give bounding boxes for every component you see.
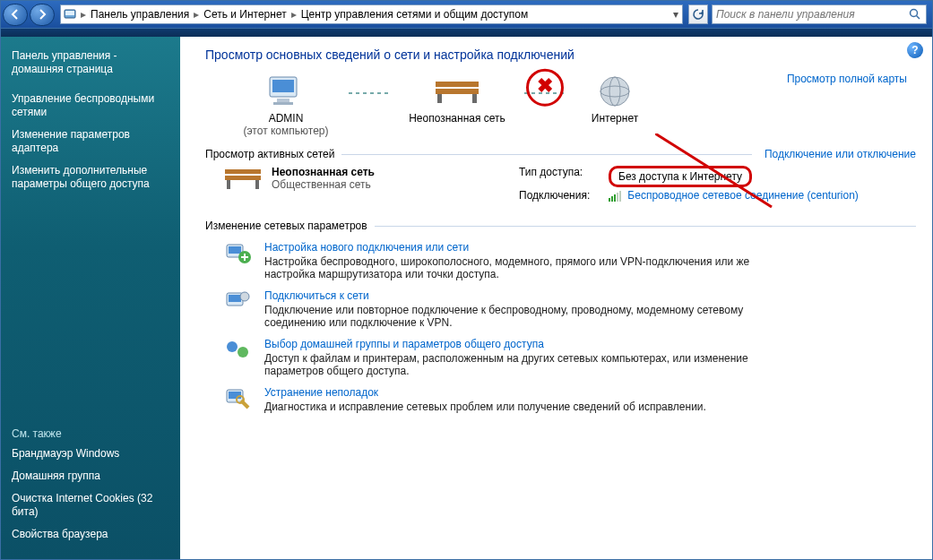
sidebar-home-link[interactable]: Панель управления - домашняя страница — [12, 49, 169, 76]
connection-broken: ✖ — [524, 92, 566, 94]
svg-rect-7 — [273, 102, 293, 105]
ribbon-strip — [1, 28, 932, 37]
full-map-link[interactable]: Просмотр полной карты — [787, 73, 907, 85]
svg-rect-10 — [437, 94, 442, 103]
task-desc: Настройка беспроводного, широкополосного… — [264, 255, 766, 280]
svg-line-3 — [917, 16, 920, 20]
tasks-list: Настройка нового подключения или сети На… — [205, 241, 916, 413]
svg-point-31 — [227, 341, 238, 352]
svg-point-12 — [600, 77, 629, 106]
connection-link[interactable]: Беспроводное сетевое соединение (centuri… — [627, 189, 859, 202]
see-also-homegroup[interactable]: Домашняя группа — [12, 470, 169, 483]
refresh-button[interactable] — [688, 4, 708, 24]
see-also-header: См. также — [12, 427, 169, 440]
svg-point-32 — [238, 347, 248, 358]
address-bar: ▸ Панель управления ▸ Сеть и Интернет ▸ … — [1, 1, 932, 28]
breadcrumb-item[interactable]: Панель управления — [88, 8, 192, 21]
sidebar-link-adapter[interactable]: Изменение параметров адаптера — [12, 128, 169, 155]
bench-icon — [390, 71, 524, 112]
node-internet: Интернет — [566, 71, 664, 125]
back-button[interactable] — [3, 4, 28, 26]
svg-rect-26 — [229, 246, 241, 254]
active-net-name: Неопознанная сеть — [272, 166, 375, 178]
node-unknown-net: Неопознанная сеть — [390, 71, 524, 125]
svg-rect-24 — [619, 191, 621, 202]
sidebar-link-wireless[interactable]: Управление беспроводными сетями — [12, 92, 169, 119]
svg-rect-5 — [272, 80, 294, 92]
task-item: Подключиться к сети Подключение или повт… — [223, 289, 916, 329]
svg-rect-18 — [227, 180, 230, 189]
node-this-pc: ADMIN (этот компьютер) — [223, 71, 349, 137]
svg-rect-19 — [255, 180, 259, 189]
svg-rect-21 — [611, 196, 613, 202]
chevron-right-icon: ▸ — [79, 8, 88, 21]
control-panel-icon — [61, 7, 79, 22]
page-title: Просмотр основных сведений о сети и наст… — [205, 47, 916, 62]
content-pane: ? Просмотр основных сведений о сети и на… — [180, 37, 932, 559]
see-also-firewall[interactable]: Брандмауэр Windows — [12, 447, 169, 461]
task-homegroup[interactable]: Выбор домашней группы и параметров общег… — [264, 338, 766, 350]
connect-disconnect-link[interactable]: Подключение или отключение — [765, 148, 916, 160]
chevron-right-icon: ▸ — [289, 8, 298, 21]
svg-rect-6 — [277, 99, 289, 102]
change-params-label: Изменение сетевых параметров — [205, 220, 367, 232]
chevron-right-icon: ▸ — [192, 8, 201, 21]
sidebar: Панель управления - домашняя страница Уп… — [1, 37, 180, 559]
connections-key: Подключения: — [519, 189, 609, 202]
see-also-cookies[interactable]: Очистка Internet Cookies (32 бита) — [12, 492, 169, 519]
task-desc: Доступ к файлам и принтерам, расположенн… — [264, 352, 766, 377]
search-icon[interactable] — [908, 7, 922, 22]
breadcrumb-item[interactable]: Центр управления сетями и общим доступом — [298, 8, 531, 21]
svg-rect-34 — [229, 392, 241, 399]
active-net-type: Общественная сеть — [272, 178, 375, 191]
wifi-signal-icon — [609, 191, 621, 202]
search-box[interactable] — [712, 4, 927, 24]
breadcrumb-dropdown-icon[interactable]: ▾ — [670, 8, 682, 21]
svg-rect-29 — [229, 295, 241, 302]
homegroup-icon — [223, 338, 254, 365]
annotation-oval: Без доступа к Интернету — [609, 166, 752, 187]
svg-point-2 — [911, 10, 918, 17]
svg-rect-8 — [436, 82, 479, 87]
troubleshoot-icon — [223, 386, 254, 413]
active-network-row: Неопознанная сеть Общественная сеть Тип … — [223, 166, 916, 203]
svg-rect-1 — [65, 11, 74, 15]
sidebar-link-sharing[interactable]: Изменить дополнительные параметры общего… — [12, 164, 169, 191]
access-type-key: Тип доступа: — [519, 166, 609, 187]
node-unknown-label: Неопознанная сеть — [390, 112, 524, 125]
task-desc: Диагностика и исправление сетевых пробле… — [264, 401, 706, 413]
node-pc-name: ADMIN — [223, 112, 349, 125]
connect-network-icon — [223, 289, 254, 316]
task-troubleshoot[interactable]: Устранение неполадок — [264, 386, 706, 399]
task-item: Устранение неполадок Диагностика и испра… — [223, 386, 916, 413]
task-item: Настройка нового подключения или сети На… — [223, 241, 916, 280]
svg-point-30 — [240, 292, 249, 301]
svg-rect-22 — [614, 194, 616, 202]
sidebar-home-line1: Панель управления - — [12, 49, 117, 62]
connection-line — [349, 92, 390, 94]
task-new-connection[interactable]: Настройка нового подключения или сети — [264, 241, 766, 254]
globe-icon — [566, 71, 664, 112]
help-icon[interactable]: ? — [907, 42, 923, 58]
computer-icon — [223, 71, 349, 112]
breadcrumb[interactable]: ▸ Панель управления ▸ Сеть и Интернет ▸ … — [60, 4, 683, 24]
node-pc-sub: (этот компьютер) — [223, 125, 349, 137]
network-map: Просмотр полной карты ADMIN (этот компью… — [223, 71, 916, 137]
task-item: Выбор домашней группы и параметров общег… — [223, 338, 916, 377]
change-params-header: Изменение сетевых параметров — [205, 220, 916, 232]
active-networks-header: Просмотр активных сетей Подключение или … — [205, 148, 916, 160]
see-also-browser[interactable]: Свойства браузера — [12, 528, 169, 541]
node-internet-label: Интернет — [566, 112, 664, 125]
task-connect[interactable]: Подключиться к сети — [264, 289, 766, 302]
forward-button[interactable] — [30, 4, 55, 26]
svg-rect-16 — [225, 169, 261, 174]
active-networks-label: Просмотр активных сетей — [205, 148, 334, 160]
annotation-circle — [526, 69, 564, 107]
search-input[interactable] — [716, 8, 908, 21]
new-connection-icon — [223, 241, 254, 268]
breadcrumb-item[interactable]: Сеть и Интернет — [201, 8, 289, 21]
svg-rect-17 — [225, 176, 261, 180]
svg-rect-20 — [609, 198, 610, 202]
bench-icon — [223, 166, 263, 194]
svg-rect-9 — [436, 89, 479, 94]
